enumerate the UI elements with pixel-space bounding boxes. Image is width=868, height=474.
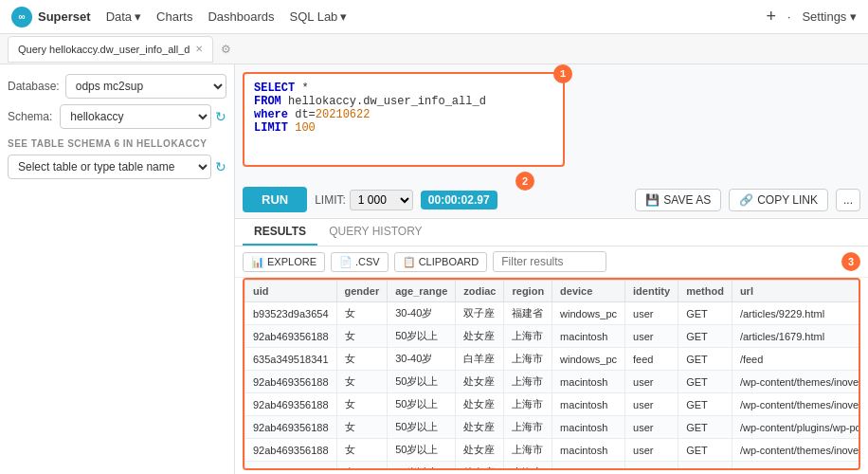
superset-logo-icon: ∞	[11, 7, 32, 27]
logo: ∞ Superset	[11, 7, 91, 27]
limit-select[interactable]: 1 000 10 000	[350, 190, 413, 210]
table-cell-5-3: 处女座	[456, 416, 504, 439]
table-cell-7-8: /wp-content/plugins/google-syntax-highlc…	[732, 462, 859, 471]
table-cell-6-1: 女	[336, 439, 388, 462]
table-row: 92ab469356188女50岁以上处女座上海市macintoshuserGE…	[245, 439, 859, 462]
run-button[interactable]: RUN	[243, 187, 307, 212]
table-cell-6-3: 处女座	[456, 439, 504, 462]
table-cell-3-0: 92ab469356188	[245, 371, 337, 393]
step-badge-1: 1	[553, 64, 572, 83]
table-cell-5-7: GET	[678, 416, 732, 439]
settings-button[interactable]: Settings ▾	[802, 9, 857, 24]
table-cell-0-4: 福建省	[504, 302, 552, 325]
plus-button[interactable]: +	[767, 7, 777, 27]
query-tab[interactable]: Query hellokaccy.dw_user_info_all_d ✕	[8, 36, 213, 63]
table-cell-5-6: user	[625, 416, 678, 439]
table-cell-4-7: GET	[678, 393, 732, 416]
table-cell-2-6: feed	[625, 348, 678, 371]
table-cell-7-7: GET	[678, 462, 732, 471]
database-select[interactable]: odps mc2sup	[65, 74, 226, 99]
nav-charts[interactable]: Charts	[156, 9, 192, 24]
table-cell-3-7: GET	[678, 371, 732, 393]
nav-divider: ·	[787, 10, 790, 24]
table-cell-4-6: user	[625, 393, 678, 416]
see-table-label: SEE TABLE SCHEMA 6 IN HELLOKACCY	[8, 138, 226, 149]
table-cell-2-1: 女	[336, 348, 388, 371]
table-cell-3-3: 处女座	[456, 371, 504, 393]
nav-sqllab[interactable]: SQL Lab ▾	[290, 9, 348, 24]
table-cell-1-5: macintosh	[552, 325, 625, 348]
table-cell-7-3: 处女座	[456, 462, 504, 471]
filter-input[interactable]	[493, 251, 606, 272]
table-wrapper: uidgenderage_rangezodiacregiondeviceiden…	[244, 280, 859, 470]
table-cell-0-0: b93523d9a3654	[245, 302, 337, 325]
editor-area: SELECT * FROM hellokaccy.dw_user_info_al…	[235, 64, 868, 474]
tab-bar: Query hellokaccy.dw_user_info_all_d ✕ ⚙	[0, 34, 868, 64]
table-row: b93523d9a3654女30-40岁双子座福建省windows_pcuser…	[245, 302, 859, 325]
schema-select[interactable]: hellokaccy	[60, 104, 211, 129]
limit-selector: LIMIT: 1 000 10 000	[315, 190, 413, 210]
table-cell-2-8: /feed	[732, 348, 859, 371]
table-cell-6-6: user	[625, 439, 678, 462]
clipboard-icon: 📋	[403, 256, 416, 268]
tab-query-history[interactable]: QUERY HISTORY	[317, 219, 433, 246]
csv-button[interactable]: 📄 .CSV	[331, 252, 389, 272]
csv-icon: 📄	[339, 256, 353, 268]
table-cell-2-0: 635a349518341	[245, 348, 337, 371]
top-nav: ∞ Superset Data ▾ Charts Dashboards SQL …	[0, 0, 868, 34]
tab-gear-icon[interactable]: ⚙	[221, 43, 231, 56]
tab-close-icon[interactable]: ✕	[195, 44, 203, 54]
table-cell-7-5: macintosh	[552, 462, 625, 471]
table-cell-4-1: 女	[336, 393, 388, 416]
table-cell-5-4: 上海市	[504, 416, 552, 439]
table-cell-0-8: /articles/9229.html	[732, 302, 859, 325]
table-cell-4-0: 92ab469356188	[245, 393, 337, 416]
table-refresh-icon[interactable]: ↻	[215, 159, 226, 174]
db-label: Database:	[8, 80, 60, 93]
table-cell-5-5: macintosh	[552, 416, 625, 439]
clipboard-button[interactable]: 📋 CLIPBOARD	[394, 252, 488, 272]
table-cell-2-7: GET	[678, 348, 732, 371]
table-cell-5-8: /wp-content/plugins/wp-postratings/postr…	[732, 416, 859, 439]
table-cell-1-2: 50岁以上	[388, 325, 456, 348]
table-cell-6-2: 50岁以上	[388, 439, 456, 462]
table-cell-1-1: 女	[336, 325, 388, 348]
table-row: 635a349518341女30-40岁白羊座上海市windows_pcfeed…	[245, 348, 859, 371]
table-cell-4-2: 50岁以上	[388, 393, 456, 416]
table-row: 92ab469356188女50岁以上处女座上海市macintoshuserGE…	[245, 462, 859, 471]
sql-editor[interactable]: SELECT * FROM hellokaccy.dw_user_info_al…	[243, 72, 565, 167]
table-cell-0-5: windows_pc	[552, 302, 625, 325]
table-cell-0-6: user	[625, 302, 678, 325]
more-button[interactable]: ...	[836, 189, 860, 211]
table-cell-2-5: windows_pc	[552, 348, 625, 371]
results-table-outline: uidgenderage_rangezodiacregiondeviceiden…	[243, 278, 860, 470]
table-row: 92ab469356188女50岁以上处女座上海市macintoshuserGE…	[245, 393, 859, 416]
table-cell-4-5: macintosh	[552, 393, 625, 416]
results-toolbar: 📊 EXPLORE 📄 .CSV 📋 CLIPBOARD 3	[235, 246, 868, 278]
table-select[interactable]: Select table or type table name	[8, 155, 211, 179]
schema-refresh-icon[interactable]: ↻	[215, 109, 226, 124]
table-cell-5-2: 50岁以上	[388, 416, 456, 439]
copy-link-button[interactable]: 🔗 COPY LINK	[729, 189, 828, 211]
table-col-age_range: age_range	[388, 281, 456, 302]
explore-button[interactable]: 📊 EXPLORE	[243, 252, 325, 272]
sidebar: Database: odps mc2sup Schema: hellokaccy…	[0, 64, 235, 474]
toolbar-row: 2 RUN LIMIT: 1 000 10 000 00:00:02.97 💾 …	[235, 181, 868, 218]
table-cell-5-0: 92ab469356188	[245, 416, 337, 439]
table-cell-3-6: user	[625, 371, 678, 393]
logo-text: Superset	[38, 9, 91, 24]
tab-results[interactable]: RESULTS	[243, 219, 317, 246]
table-cell-6-8: /wp-content/themes/inove/pagenavi-css.c.…	[732, 439, 859, 462]
save-as-button[interactable]: 💾 SAVE AS	[635, 189, 721, 211]
nav-data[interactable]: Data ▾	[106, 9, 141, 24]
table-cell-3-2: 50岁以上	[388, 371, 456, 393]
table-cell-1-7: GET	[678, 325, 732, 348]
main-layout: Database: odps mc2sup Schema: hellokaccy…	[0, 64, 868, 474]
table-cell-5-1: 女	[336, 416, 388, 439]
table-cell-1-8: /articles/1679.html	[732, 325, 859, 348]
schema-label: Schema:	[8, 110, 52, 123]
save-icon: 💾	[645, 193, 660, 207]
nav-dashboards[interactable]: Dashboards	[208, 9, 274, 24]
table-cell-6-5: macintosh	[552, 439, 625, 462]
table-cell-7-6: user	[625, 462, 678, 471]
